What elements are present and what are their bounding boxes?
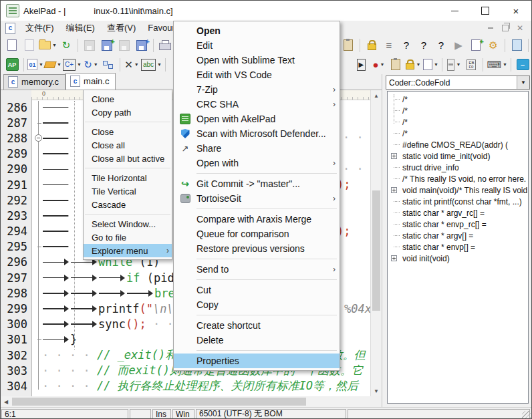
save-all-icon[interactable]: + — [134, 37, 150, 53]
menu-item-queue-for-comparison[interactable]: Queue for comparison — [174, 227, 340, 241]
menu-item-compare-with-araxis-merge[interactable]: Compare with Araxis Merge — [174, 212, 340, 227]
codefold-item-static-char-argv[interactable]: static char * argv[] = — [388, 230, 528, 241]
codefold-plugin-selector[interactable]: Coder::CodeFold ▼ — [386, 76, 530, 90]
menu-item-send-to[interactable]: Send to› — [174, 262, 340, 277]
menu-item-create-shortcut[interactable]: Create shortcut — [174, 318, 340, 333]
new-window-icon[interactable] — [21, 37, 37, 53]
tree-expand-icon[interactable] — [391, 187, 397, 193]
dropdown-arrow-icon[interactable]: ▼ — [456, 62, 460, 67]
menu-item-open-with-sublime-text[interactable]: Open with Sublime Text — [174, 53, 340, 67]
minimize-button[interactable] — [439, 1, 470, 21]
protect-document-icon[interactable]: ▼ — [405, 57, 421, 73]
codefold-item-void-main-void-this-really-is-void-no-e[interactable]: void main(void)/* This really IS void, n… — [388, 184, 528, 196]
tree-expand-icon[interactable] — [391, 153, 397, 159]
menu-item-close-all[interactable]: Close all — [84, 138, 172, 152]
codefold-item-item[interactable]: /* — [388, 94, 528, 105]
dropdown-arrow-icon[interactable]: ▼ — [380, 62, 384, 67]
clipboard-history-icon[interactable] — [340, 37, 356, 53]
run-icon[interactable]: ▶ — [450, 37, 467, 53]
menubar-item-编辑-e[interactable]: 编辑(E) — [60, 21, 101, 34]
editor-horizontal-scrollbar[interactable]: ◀ — [1, 396, 370, 407]
execute-box-icon[interactable]: ▶ — [353, 57, 369, 73]
reopen-file-icon[interactable]: ↻ — [58, 37, 74, 53]
settings-gear-icon[interactable]: ⚙ — [485, 37, 501, 53]
menu-item-close[interactable]: Close — [84, 125, 172, 138]
menu-item-tile-horizontal[interactable]: Tile Horizontal — [84, 171, 172, 184]
new-file-icon[interactable] — [4, 37, 20, 53]
menu-item-cascade[interactable]: Cascade — [84, 198, 172, 211]
document-tab-memory-c[interactable]: memory.c — [3, 74, 65, 90]
dropdown-arrow-icon[interactable]: ▼ — [39, 62, 43, 67]
menu-item-delete[interactable]: Delete — [174, 333, 340, 347]
keyboard-layout-icon[interactable]: ⌨▼ — [487, 57, 507, 73]
codefold-item-item[interactable]: /* — [388, 116, 528, 128]
menu-item-share[interactable]: ↗Share — [174, 141, 340, 156]
dropdown-arrow-icon[interactable]: ▼ — [52, 43, 57, 47]
codefold-item-static-char-envp[interactable]: static char * envp[] = — [388, 241, 528, 253]
menu-item-open-with[interactable]: Open with› — [174, 156, 340, 170]
horizontal-scroll-thumb[interactable] — [12, 398, 306, 406]
code-structure-icon[interactable] — [100, 57, 116, 73]
menu-item-copy-path[interactable]: Copy path — [84, 106, 172, 119]
menu-item-cut[interactable]: Cut — [174, 283, 340, 297]
menu-item-properties[interactable]: Properties — [174, 354, 340, 368]
menu-item-tortoisegit[interactable]: TortoiseGit› — [174, 191, 340, 206]
dropdown-arrow-icon[interactable]: ▼ — [503, 62, 507, 67]
menu-item-clone[interactable]: Clone — [84, 92, 172, 106]
menu-item-copy[interactable]: Copy — [174, 297, 340, 312]
recent-files-icon[interactable] — [388, 57, 404, 73]
collapse-icon[interactable]: ✕▼ — [124, 57, 140, 73]
codefold-item-this-really-is-void-no-error-here[interactable]: /* This really IS void, no error here. *… — [388, 173, 528, 184]
editor-vertical-scrollbar[interactable]: ▲ ▼ — [370, 90, 382, 396]
tray-minimize-icon[interactable]: – — [515, 57, 531, 73]
scroll-left-arrow-icon[interactable]: ◀ — [1, 396, 11, 407]
notes-icon[interactable] — [509, 37, 525, 53]
menubar-item-文件-f[interactable]: 文件(F) — [19, 21, 60, 34]
codefold-item-define-cmos-read-addr[interactable]: #define CMOS_READ(addr) ( — [388, 139, 528, 150]
chevron-down-icon[interactable]: ▼ — [517, 76, 529, 89]
macro-record-icon[interactable]: ●▼ — [370, 57, 386, 73]
akelpad-plugin-icon[interactable]: AP — [4, 57, 20, 73]
save-copy-icon[interactable] — [116, 37, 132, 53]
codefold-item-item[interactable]: /* — [388, 128, 528, 139]
vertical-scroll-thumb[interactable] — [372, 190, 380, 311]
codefold-item-static-char-argv-rc[interactable]: static char * argv_rc[] = — [388, 207, 528, 219]
menu-item-tile-vertical[interactable]: Tile Vertical — [84, 184, 172, 198]
menu-item-explorer-menu[interactable]: Explorer menu› — [84, 244, 172, 257]
menu-item-restore-previous-versions[interactable]: Restore previous versions — [174, 241, 340, 256]
highlight-icon[interactable]: ▼ — [45, 57, 61, 73]
spellcheck-icon[interactable]: abc▼ — [141, 57, 162, 73]
menu-item-scan-with-microsoft-defender[interactable]: Scan with Microsoft Defender... — [174, 126, 340, 141]
dropdown-arrow-icon[interactable]: ▼ — [134, 62, 139, 67]
codefold-item-void-init-void[interactable]: void init(void) — [388, 253, 528, 264]
document-tab-main-c[interactable]: main.c — [65, 73, 116, 90]
print-icon[interactable] — [157, 37, 173, 53]
dropdown-arrow-icon[interactable]: ▼ — [434, 62, 438, 67]
scroll-up-arrow-icon[interactable]: ▲ — [371, 90, 382, 101]
menu-item-open[interactable]: Open — [174, 23, 340, 38]
maximize-button[interactable] — [470, 1, 501, 21]
mdi-restore-button[interactable] — [498, 23, 513, 33]
split-window-4-icon[interactable]: ? — [398, 37, 414, 53]
save-icon[interactable] — [82, 37, 98, 53]
split-window-horizontal-icon[interactable]: ? — [433, 37, 449, 53]
menu-item-close-all-but-active[interactable]: Close all but active — [84, 152, 172, 165]
menu-item-open-with-akelpad[interactable]: Open with AkelPad — [174, 112, 340, 126]
save-as-icon[interactable]: + — [99, 37, 115, 53]
dropdown-arrow-icon[interactable]: ▼ — [57, 62, 61, 67]
codefold-item-static-void-time-init-void[interactable]: static void time_init(void) — [388, 150, 528, 162]
word-wrap-icon[interactable]: ≡ — [381, 37, 397, 53]
syntax-theme-icon[interactable]: C+▼ — [63, 57, 82, 73]
menu-item-edit[interactable]: Edit — [174, 38, 340, 53]
dropdown-arrow-icon[interactable]: ▼ — [94, 62, 98, 67]
export-document-icon[interactable]: + — [468, 37, 484, 53]
close-button[interactable]: × — [501, 1, 531, 21]
codefold-item-static-int-printf-const-char-fmt[interactable]: static int printf(const char *fmt, ...) — [388, 196, 528, 207]
mdi-close-button[interactable]: ✕ — [513, 23, 527, 33]
dropdown-arrow-icon[interactable]: ▼ — [77, 62, 82, 67]
fold-collapse-icon[interactable] — [31, 130, 42, 146]
mdi-minimize-button[interactable] — [483, 23, 498, 33]
hex-view-icon[interactable]: EBF0 — [463, 57, 479, 73]
resize-grip[interactable] — [522, 411, 531, 419]
open-file-icon[interactable]: ▼ — [39, 37, 57, 53]
